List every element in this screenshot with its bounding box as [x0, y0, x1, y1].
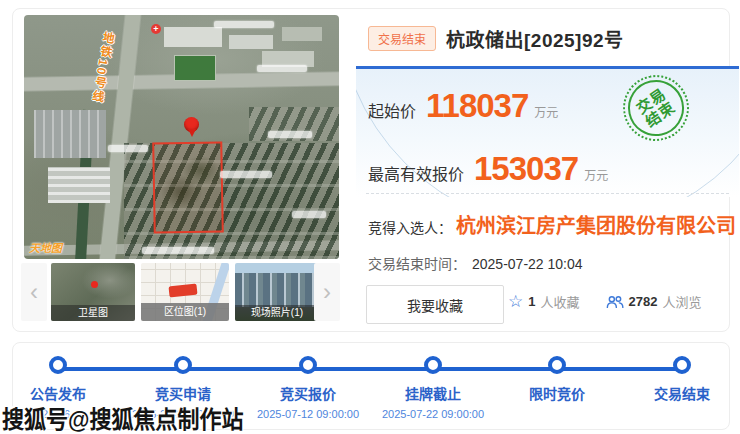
mini-parcel	[169, 284, 198, 298]
favorite-button[interactable]: 我要收藏	[366, 285, 504, 324]
view-suffix: 人浏览	[662, 292, 701, 311]
thumbnail-site-photo[interactable]: 现场照片(1)	[235, 263, 319, 321]
people-icon	[606, 295, 624, 309]
view-count: 2782	[629, 294, 658, 309]
mini-pin-icon	[91, 281, 98, 288]
winner-label: 竞得入选人：	[368, 217, 452, 237]
start-price-label: 起始价	[368, 98, 416, 122]
thumbnail-label: 区位图(1)	[141, 303, 229, 321]
chevron-left-icon: ‹	[30, 278, 38, 306]
start-price-value: 118037	[426, 89, 528, 122]
highest-bid-value: 153037	[474, 152, 578, 185]
winner-row: 竞得入选人： 杭州滨江房产集团股份有限公司	[368, 210, 736, 239]
highest-bid-unit: 万元	[584, 166, 608, 183]
map-provider-logo: 天地图	[29, 239, 62, 255]
timeline-node	[174, 356, 192, 374]
map-building	[282, 27, 322, 41]
timeline-step-limited-auction: 限时竞价	[492, 383, 622, 408]
map-poi-label	[292, 211, 326, 218]
timeline-node	[49, 356, 67, 374]
end-time-value: 2025-07-22 10:04	[472, 256, 583, 272]
start-price-unit: 万元	[534, 103, 558, 120]
chevron-right-icon: ›	[323, 278, 331, 306]
timeline-step-closed: 交易结束	[617, 383, 740, 408]
map-sports-field	[174, 55, 216, 81]
listing-title: 杭政储出[2025]92号	[446, 25, 624, 52]
listing-card: 地铁10号线 + 天地图 ‹ 卫星图 区位图(1) 现场照片(1) › 交易结束…	[12, 8, 730, 332]
timeline-step-deadline: 挂牌截止 2025-07-22 09:00:00	[368, 383, 498, 420]
map-poi-label	[108, 145, 148, 152]
watermark: 搜狐号@搜狐焦点制作站	[2, 399, 243, 434]
map-poi-label	[268, 131, 312, 138]
timeline-node	[548, 356, 566, 374]
highest-bid-label: 最高有效报价	[368, 161, 464, 185]
timeline-step-bid: 竞买报价 2025-07-12 09:00:00	[243, 383, 373, 420]
thumbnail-label: 卫星图	[51, 305, 135, 321]
map-building	[164, 27, 222, 47]
thumbnail-satellite[interactable]: 卫星图	[51, 263, 135, 321]
map-parcel-outline	[152, 141, 224, 233]
map-poi-label	[214, 21, 274, 28]
map-metro-line-label: 地铁10号线	[88, 30, 117, 105]
map-hospital-icon: +	[151, 24, 161, 34]
mini-towers	[235, 273, 319, 307]
favorite-suffix: 人收藏	[540, 292, 579, 311]
satellite-map[interactable]: 地铁10号线 + 天地图	[24, 15, 339, 259]
highest-bid-row: 最高有效报价 153037 万元	[368, 152, 608, 185]
status-badge: 交易结束	[368, 26, 436, 51]
thumbnail-label: 现场照片(1)	[235, 305, 319, 321]
timeline-line	[58, 367, 682, 371]
timeline-node	[424, 356, 442, 374]
map-poi-label	[142, 247, 214, 254]
timeline-node	[299, 356, 317, 374]
dashed-divider	[366, 193, 729, 194]
map-parking-lot	[34, 110, 106, 158]
views-stat: 2782 人浏览	[606, 292, 702, 311]
thumbnail-location-map[interactable]: 区位图(1)	[141, 263, 229, 321]
map-poi-label	[220, 171, 272, 178]
detail-panel: 交易结束 杭政储出[2025]92号 起始价 118037 万元 最高有效报价 …	[356, 9, 739, 331]
favorite-stat: ☆ 1 人收藏	[508, 292, 580, 311]
map-pin-icon-tip	[188, 129, 196, 137]
end-time-label: 交易结束时间：	[368, 253, 466, 273]
start-price-row: 起始价 118037 万元	[368, 89, 558, 122]
map-factory-roofs	[48, 167, 110, 203]
winner-value: 杭州滨江房产集团股份有限公司	[456, 210, 736, 239]
gallery-next-button[interactable]: ›	[314, 263, 340, 321]
timeline-node	[673, 356, 691, 374]
map-poi-label	[257, 65, 307, 72]
favorite-count: 1	[528, 294, 535, 309]
map-building	[229, 35, 273, 49]
gallery-prev-button[interactable]: ‹	[21, 263, 47, 321]
end-time-row: 交易结束时间： 2025-07-22 10:04	[368, 253, 583, 273]
star-icon: ☆	[508, 293, 523, 310]
